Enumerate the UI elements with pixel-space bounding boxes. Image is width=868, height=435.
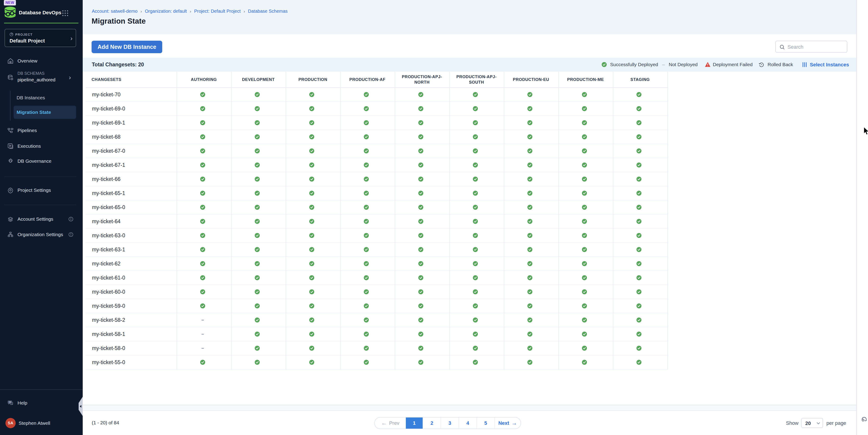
svg-text:?: ? <box>9 401 11 404</box>
